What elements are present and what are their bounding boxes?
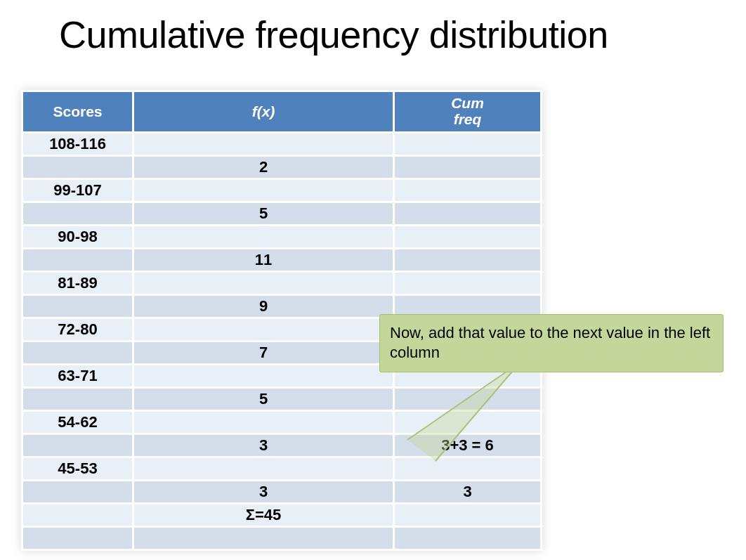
cell-blank bbox=[394, 272, 542, 295]
cell-blank bbox=[22, 202, 133, 226]
table-header-row: Scores f(x) Cumfreq bbox=[22, 91, 542, 133]
header-fx-label: f(x) bbox=[252, 103, 275, 119]
instruction-callout: Now, add that value to the next value in… bbox=[379, 314, 724, 372]
table-row: 108-116 bbox=[22, 133, 542, 156]
cell-cum bbox=[394, 202, 542, 226]
cell-blank bbox=[133, 527, 394, 550]
table-row: 2 bbox=[22, 156, 542, 179]
cell-fx: 11 bbox=[133, 249, 394, 272]
cell-fx: 9 bbox=[133, 295, 394, 318]
table-row: 11 bbox=[22, 249, 542, 272]
cell-score: 63-71 bbox=[22, 365, 133, 388]
cell-blank bbox=[22, 504, 133, 527]
table-row: 5 bbox=[22, 388, 542, 411]
cell-blank bbox=[394, 527, 542, 550]
cell-score: 72-80 bbox=[22, 318, 133, 341]
cell-score: 81-89 bbox=[22, 272, 133, 295]
header-cumfreq: Cumfreq bbox=[394, 91, 542, 133]
header-cumfreq-label: Cumfreq bbox=[451, 95, 484, 127]
cell-blank bbox=[22, 434, 133, 457]
cell-blank bbox=[22, 249, 133, 272]
cell-blank bbox=[133, 179, 394, 202]
table-row: 3 3+3 = 6 bbox=[22, 434, 542, 457]
cell-blank bbox=[133, 133, 394, 156]
cell-fx: 7 bbox=[133, 341, 394, 365]
slide: Cumulative frequency distribution Scores… bbox=[0, 0, 746, 560]
cell-cum bbox=[394, 249, 542, 272]
cell-blank bbox=[22, 388, 133, 411]
cell-blank bbox=[22, 341, 133, 365]
cell-blank bbox=[133, 457, 394, 481]
cell-score: 99-107 bbox=[22, 179, 133, 202]
cell-score: 90-98 bbox=[22, 226, 133, 249]
table-row: 99-107 bbox=[22, 179, 542, 202]
cell-blank bbox=[22, 527, 133, 550]
cell-blank bbox=[394, 133, 542, 156]
header-scores-label: Scores bbox=[53, 103, 102, 119]
cell-blank bbox=[133, 272, 394, 295]
table-row: 54-62 bbox=[22, 411, 542, 434]
cell-blank bbox=[133, 226, 394, 249]
header-scores: Scores bbox=[22, 91, 133, 133]
cell-blank bbox=[394, 226, 542, 249]
cell-score: 45-53 bbox=[22, 457, 133, 481]
cell-blank bbox=[133, 411, 394, 434]
cell-cum: 3+3 = 6 bbox=[394, 434, 542, 457]
cell-blank bbox=[22, 481, 133, 504]
cell-fx: 3 bbox=[133, 434, 394, 457]
callout-text: Now, add that value to the next value in… bbox=[390, 324, 710, 361]
cell-score: 54-62 bbox=[22, 411, 133, 434]
cell-blank bbox=[22, 156, 133, 179]
cell-fx: 3 bbox=[133, 481, 394, 504]
cell-cum bbox=[394, 388, 542, 411]
table-row bbox=[22, 527, 542, 550]
cell-blank bbox=[394, 457, 542, 481]
cell-blank bbox=[394, 411, 542, 434]
cell-fx: 2 bbox=[133, 156, 394, 179]
header-fx: f(x) bbox=[133, 91, 394, 133]
cell-fx: 5 bbox=[133, 388, 394, 411]
cell-fx: 5 bbox=[133, 202, 394, 226]
cell-score: 108-116 bbox=[22, 133, 133, 156]
cell-blank bbox=[394, 179, 542, 202]
page-title: Cumulative frequency distribution bbox=[59, 13, 608, 56]
table-row: 90-98 bbox=[22, 226, 542, 249]
cell-cum bbox=[394, 156, 542, 179]
cell-blank bbox=[133, 318, 394, 341]
cell-blank bbox=[133, 365, 394, 388]
table-row: 3 3 bbox=[22, 481, 542, 504]
table-row: 5 bbox=[22, 202, 542, 226]
cell-sigma: Σ=45 bbox=[133, 504, 394, 527]
table-row: 81-89 bbox=[22, 272, 542, 295]
table-row: 45-53 bbox=[22, 457, 542, 481]
cell-cum: 3 bbox=[394, 481, 542, 504]
table-row-sigma: Σ=45 bbox=[22, 504, 542, 527]
cell-blank bbox=[22, 295, 133, 318]
cell-blank bbox=[394, 504, 542, 527]
